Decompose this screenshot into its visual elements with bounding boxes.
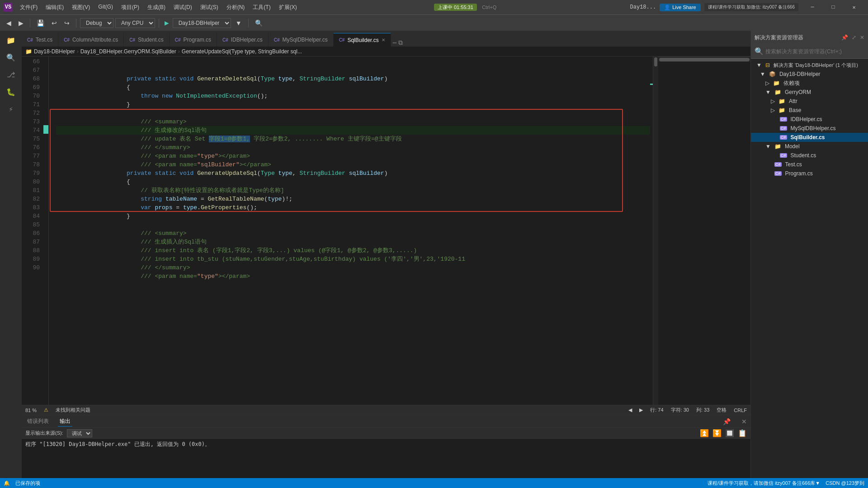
tab-student-cs[interactable]: C# Student.cs	[124, 33, 170, 47]
solution-explorer-header: 解决方案资源管理器 📌 ⤢ ✕	[751, 31, 868, 44]
cs-icon-mysql: C#	[780, 126, 787, 131]
back-button[interactable]: ◀	[4, 19, 14, 28]
project-dropdown[interactable]: Day18-DBHelper	[173, 18, 231, 28]
debug-icon[interactable]: 🐛	[3, 84, 19, 100]
cs-icon-test: C#	[774, 162, 782, 167]
redo-button[interactable]: ↪	[61, 19, 72, 28]
cs-icon-student: C#	[780, 153, 787, 158]
menu-test[interactable]: 测试(S)	[197, 3, 222, 12]
output-source-dropdown[interactable]: 调试	[67, 429, 92, 437]
explorer-icon[interactable]: 📁	[3, 33, 19, 49]
debug-mode-dropdown[interactable]: Debug	[80, 18, 113, 28]
maximize-button[interactable]: □	[823, 0, 844, 14]
csdn-icons: CSDN @123梦到	[826, 480, 864, 487]
vertical-scrollbar[interactable]	[653, 56, 658, 405]
output-toolbar-icon2[interactable]: ⏬	[712, 429, 722, 438]
nav-prev-icon[interactable]: ◀	[628, 407, 632, 413]
cpu-dropdown[interactable]: Any CPU	[115, 18, 155, 28]
zoom-level[interactable]: 81 %	[25, 408, 37, 413]
output-panel: 错误列表 输出 📌 ✕ 显示输出来源(S): 调试 ⏫ ⏬ 🔲 📋 程序 "[1…	[22, 415, 750, 478]
pin-icon[interactable]: 📌	[841, 34, 848, 41]
tree-mysqldbhelper[interactable]: C# MySqlDBHelper.cs	[751, 124, 868, 133]
status-message: 未找到相关问题	[56, 407, 90, 413]
search-button[interactable]: 🔍	[252, 19, 265, 28]
code-line-71	[56, 100, 650, 109]
split-editor-icon[interactable]: ⧉	[398, 39, 403, 47]
breadcrumb-method[interactable]: GenerateUpdateSql(Type type, StringBuild…	[182, 48, 302, 55]
menu-debug[interactable]: 调试(D)	[170, 3, 196, 12]
close-button[interactable]: ✕	[844, 0, 864, 14]
cs-icon-sqlbuilder: C#	[780, 135, 787, 140]
tree-attr[interactable]: ▷ 📁 Attr	[751, 97, 868, 106]
menu-edit[interactable]: 编辑(E)	[42, 3, 67, 12]
forward-button[interactable]: ▶	[16, 19, 26, 28]
breadcrumb: 📁 Day18-DBHelper › Day18_DBHelper.GerryO…	[22, 47, 750, 56]
tree-base[interactable]: ▷ 📁 Base	[751, 106, 868, 115]
menu-tools[interactable]: 工具(T)	[249, 3, 274, 12]
row-indicator: 行: 74	[650, 407, 663, 413]
horizontal-scrollbar-thumb[interactable]	[659, 58, 750, 61]
tree-idbhelper[interactable]: C# IDBHelper.cs	[751, 115, 868, 124]
output-toolbar-icon4[interactable]: 📋	[738, 429, 747, 438]
encoding-indicator: CRLF	[734, 408, 747, 413]
model-label: Model	[785, 143, 800, 150]
code-content[interactable]: private static void GenerateDeleteSql(Ty…	[49, 56, 650, 405]
menu-file[interactable]: 文件(F)	[16, 3, 41, 12]
horizontal-scrollbar[interactable]	[658, 56, 750, 62]
pin-panel-icon[interactable]: 📌	[723, 418, 731, 425]
editor-inner: 66 67 68 69 70 71 72 73 74 75 76 77 78 7…	[22, 56, 658, 405]
tree-test[interactable]: C# Test.cs	[751, 160, 868, 169]
tab-program-cs[interactable]: C# Program.cs	[170, 33, 217, 47]
code-editor[interactable]: 66 67 68 69 70 71 72 73 74 75 76 77 78 7…	[22, 56, 750, 405]
menu-extensions[interactable]: 扩展(X)	[275, 3, 301, 12]
tree-program[interactable]: C# Program.cs	[751, 169, 868, 178]
breadcrumb-namespace[interactable]: Day18_DBHelper.GerryORM.SqlBuilder	[80, 48, 176, 55]
tree-sqlbuilder[interactable]: C# SqlBuilder.cs	[751, 133, 868, 142]
close-panel-icon[interactable]: ✕	[741, 418, 747, 425]
git-icon[interactable]: ⎇	[3, 67, 19, 83]
tab-close-icon[interactable]: ✕	[382, 38, 385, 42]
student-label: Student.cs	[791, 152, 816, 159]
tree-project[interactable]: ▼ 📦 Day18-DBHelper	[751, 70, 868, 79]
solution-collapse-icon: ▼	[756, 62, 762, 68]
tree-solution[interactable]: ▼ ⊟ 解决方案 'Day18-DBHelper' (1 个项目)	[751, 61, 868, 70]
expand-icon[interactable]: ⤢	[852, 34, 856, 41]
extensions-icon[interactable]: ⚡	[3, 101, 19, 117]
tab-mysqldbhelper-cs[interactable]: C# MySqlDBHelper.cs	[269, 33, 334, 47]
menu-view[interactable]: 视图(V)	[68, 3, 94, 12]
tab-test-cs[interactable]: C# Test.cs	[22, 33, 58, 47]
menu-project[interactable]: 项目(P)	[118, 3, 143, 12]
output-tab-errors[interactable]: 错误列表	[25, 417, 51, 426]
solution-search-input[interactable]	[765, 48, 864, 55]
run-dropdown[interactable]: ▼	[233, 19, 245, 28]
tab-overflow-icon[interactable]: ⋯	[393, 39, 396, 47]
code-line-67: private static void GenerateDeleteSql(Ty…	[56, 66, 650, 75]
tree-gerryorm[interactable]: ▼ 📁 GerryORM	[751, 88, 868, 97]
status-bar: 🔔 已保存的项 课程/课件学习获取，请加微信 itzy007 备注666库▼ C…	[0, 478, 868, 488]
tree-model[interactable]: ▼ 📁 Model	[751, 142, 868, 151]
tree-student[interactable]: C# Student.cs	[751, 151, 868, 160]
menu-git[interactable]: Git(G)	[94, 3, 117, 12]
minimize-button[interactable]: ─	[802, 0, 823, 14]
tab-column-attribute-cs[interactable]: C# ColumnAttribute.cs	[58, 33, 124, 47]
output-toolbar-icon1[interactable]: ⏫	[700, 429, 709, 438]
code-line-72: /// <summary>	[56, 109, 650, 117]
live-share-button[interactable]: 👤Live Share	[660, 4, 701, 11]
tab-sqlbuilder-cs[interactable]: C# SqlBuilder.cs ✕	[334, 33, 391, 47]
tree-dependencies[interactable]: ▷ 📁 依赖项	[751, 79, 868, 88]
window-title-text: Day18...	[630, 4, 656, 10]
app-icon: VS	[4, 3, 13, 12]
output-tab-output[interactable]: 输出	[58, 417, 72, 427]
save-button[interactable]: 💾	[34, 19, 47, 28]
menu-build[interactable]: 生成(B)	[144, 3, 169, 12]
breadcrumb-project[interactable]: Day18-DBHelper	[34, 48, 75, 55]
tab-idbhelper-cs[interactable]: C# IDBHelper.cs	[217, 33, 269, 47]
search-sidebar-icon[interactable]: 🔍	[3, 50, 19, 66]
undo-button[interactable]: ↩	[49, 19, 60, 28]
scrollbar-thumb[interactable]	[654, 57, 657, 66]
menu-analyze[interactable]: 分析(N)	[223, 3, 249, 12]
play-button[interactable]: ▶	[163, 18, 171, 28]
nav-next-icon[interactable]: ▶	[639, 407, 643, 413]
output-toolbar-icon3[interactable]: 🔲	[725, 429, 734, 438]
close-panel-btn[interactable]: ✕	[860, 34, 864, 41]
